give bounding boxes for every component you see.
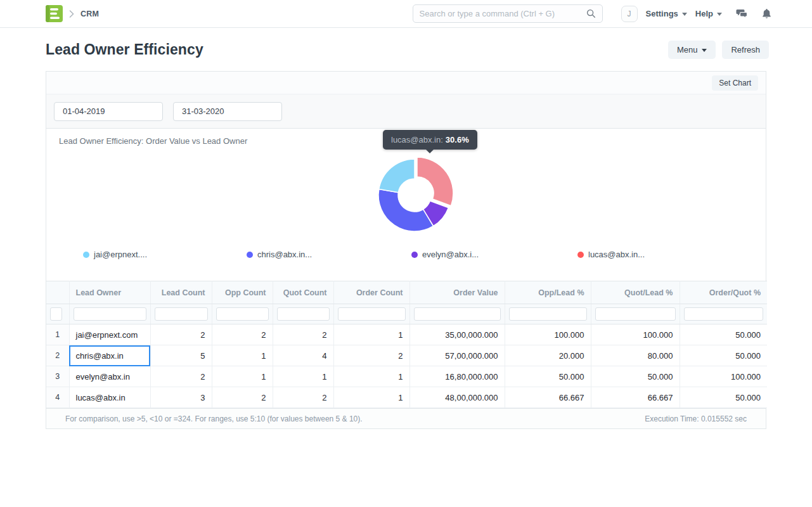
column-filter-input[interactable]	[509, 307, 587, 321]
table-cell[interactable]: 50.000	[680, 345, 767, 366]
erpnext-logo-icon[interactable]	[46, 5, 63, 22]
global-search[interactable]	[413, 4, 603, 23]
chevron-down-icon	[702, 49, 707, 52]
chart-options-row: Set Chart	[46, 72, 766, 94]
legend-item: lucas@abx.in...	[577, 250, 645, 259]
chevron-down-icon	[682, 13, 687, 16]
table-cell[interactable]: jai@erpnext.com	[69, 324, 150, 345]
set-chart-button[interactable]: Set Chart	[712, 75, 758, 91]
column-header[interactable]: Order/Quot %	[680, 281, 767, 304]
user-avatar[interactable]: J	[621, 6, 638, 22]
column-header[interactable]: Lead Count	[150, 281, 212, 304]
table-cell[interactable]: 1	[333, 366, 409, 387]
donut-slice-1[interactable]	[379, 159, 415, 193]
row-index-cell[interactable]: 1	[46, 324, 69, 345]
table-cell[interactable]: 2	[150, 366, 212, 387]
column-header[interactable]: Lead Owner	[69, 281, 150, 304]
donut-chart[interactable]	[370, 151, 459, 240]
settings-label: Settings	[646, 9, 678, 18]
column-header[interactable]: Quot/Lead %	[591, 281, 680, 304]
legend-dot-icon	[577, 252, 584, 258]
column-header[interactable]: Order Value	[409, 281, 505, 304]
table-cell[interactable]: 2	[150, 324, 212, 345]
filter-cell	[409, 304, 505, 324]
column-filter-input[interactable]	[74, 307, 146, 321]
table-cell[interactable]: 100.000	[591, 324, 680, 345]
legend-dot-icon	[247, 252, 253, 258]
table-cell[interactable]: 1	[333, 387, 409, 408]
table-cell[interactable]: 50.000	[505, 366, 591, 387]
table-cell[interactable]: 2	[273, 387, 333, 408]
chat-icon[interactable]	[736, 9, 748, 19]
from-date-input[interactable]	[54, 102, 163, 121]
column-filter-input[interactable]	[277, 307, 330, 321]
table-cell[interactable]: 4	[273, 345, 333, 366]
column-filter-input[interactable]	[595, 307, 676, 321]
menu-button-label: Menu	[677, 45, 698, 55]
menu-button[interactable]: Menu	[668, 41, 716, 59]
filter-cell	[273, 304, 333, 324]
chart-tooltip: lucas@abx.in:30.6%	[383, 130, 477, 150]
table-cell[interactable]: 2	[212, 387, 273, 408]
refresh-button[interactable]: Refresh	[722, 41, 769, 59]
table-cell[interactable]: evelyn@abx.in	[69, 366, 150, 387]
table-cell[interactable]: 16,80,000.000	[409, 366, 505, 387]
legend-dot-icon	[83, 252, 89, 258]
help-menu[interactable]: Help	[695, 9, 722, 18]
table-cell[interactable]: 2	[212, 324, 273, 345]
column-filter-input[interactable]	[684, 307, 764, 321]
table-cell[interactable]: 66.667	[505, 387, 591, 408]
table-cell[interactable]: 20.000	[505, 345, 591, 366]
table-cell[interactable]: 2	[333, 345, 409, 366]
page-head: Lead Owner Efficiency Menu Refresh	[0, 28, 812, 71]
table-cell[interactable]: 57,00,000.000	[409, 345, 505, 366]
column-filter-input[interactable]	[50, 307, 62, 321]
table-cell[interactable]: 1	[333, 324, 409, 345]
table-cell[interactable]: 100.000	[680, 366, 767, 387]
table-cell[interactable]: 5	[150, 345, 212, 366]
table-cell[interactable]: 50.000	[591, 366, 680, 387]
column-header[interactable]: Quot Count	[273, 281, 333, 304]
legend-item: evelyn@abx.i...	[411, 250, 479, 259]
legend-dot-icon	[411, 252, 418, 258]
table-cell[interactable]: 3	[150, 387, 212, 408]
table-cell[interactable]: 100.000	[505, 324, 591, 345]
table-cell[interactable]: lucas@abx.in	[69, 387, 150, 408]
settings-menu[interactable]: Settings	[646, 9, 687, 18]
breadcrumb[interactable]: CRM	[81, 10, 99, 18]
filter-cell	[333, 304, 409, 324]
table-cell[interactable]: 50.000	[680, 324, 767, 345]
search-input[interactable]	[420, 9, 586, 18]
chart-title: Lead Owner Efficiency: Order Value vs Le…	[59, 136, 247, 146]
table-cell[interactable]: chris@abx.in	[69, 345, 150, 366]
table-cell[interactable]: 35,00,000.000	[409, 324, 505, 345]
column-filter-input[interactable]	[216, 307, 269, 321]
notifications-bell-icon[interactable]	[762, 8, 771, 19]
filter-cell	[69, 304, 150, 324]
table-cell[interactable]: 66.667	[591, 387, 680, 408]
column-header[interactable]: Opp Count	[212, 281, 273, 304]
table-cell[interactable]: 50.000	[680, 387, 767, 408]
table-cell[interactable]: 1	[212, 366, 273, 387]
column-filter-input[interactable]	[338, 307, 406, 321]
table-cell[interactable]: 1	[273, 366, 333, 387]
breadcrumb-chevron-icon	[69, 10, 74, 18]
row-index-cell[interactable]: 4	[46, 387, 69, 408]
index-column-header[interactable]	[46, 281, 69, 304]
table-row: 1jai@erpnext.com222135,00,000.000100.000…	[46, 324, 767, 345]
column-filter-input[interactable]	[414, 307, 501, 321]
column-header[interactable]: Opp/Lead %	[505, 281, 591, 304]
table-cell[interactable]: 80.000	[591, 345, 680, 366]
table-cell[interactable]: 2	[273, 324, 333, 345]
table-footer: For comparison, use >5, <10 or =324. For…	[46, 408, 766, 428]
filter-cell	[46, 304, 69, 324]
table-cell[interactable]: 48,00,000.000	[409, 387, 505, 408]
column-filter-input[interactable]	[155, 307, 208, 321]
filter-hint: For comparison, use >5, <10 or =324. For…	[65, 414, 363, 423]
row-index-cell[interactable]: 2	[46, 345, 69, 366]
to-date-input[interactable]	[173, 102, 282, 121]
table-cell[interactable]: 1	[212, 345, 273, 366]
donut-slice-4[interactable]	[417, 157, 453, 206]
row-index-cell[interactable]: 3	[46, 366, 69, 387]
column-header[interactable]: Order Count	[333, 281, 409, 304]
